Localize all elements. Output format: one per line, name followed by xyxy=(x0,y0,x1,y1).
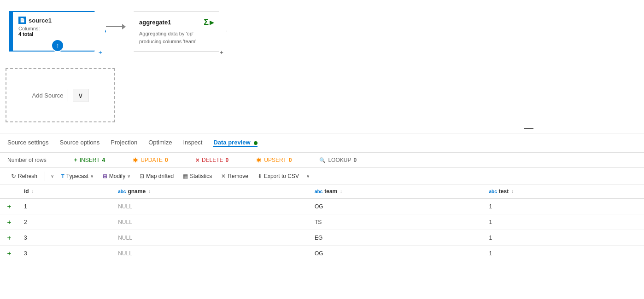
sort-gname-icon[interactable]: ↕ xyxy=(148,189,151,194)
table-header-row: id ↕ abc gname ↕ abc xyxy=(0,184,644,199)
stat-update: ✱ UPDATE 0 xyxy=(133,156,168,164)
source-add-btn[interactable]: + xyxy=(99,49,102,56)
tab-source-settings[interactable]: Source settings xyxy=(7,139,49,147)
row-insert-icon: + xyxy=(7,249,12,257)
cell-gname: NULL xyxy=(112,230,309,246)
aggregate-header: aggregate1 Σ ▶ xyxy=(139,17,214,27)
stat-insert-icon: + xyxy=(74,157,77,163)
export-chevron[interactable]: ∨ xyxy=(304,172,311,180)
connector-line xyxy=(106,26,122,27)
tab-active-dot xyxy=(254,141,258,145)
aggregate-node-inner: aggregate1 Σ ▶ Aggregating data by 'op' … xyxy=(126,13,227,50)
stat-rows: Number of rows xyxy=(7,157,47,163)
tab-optimize[interactable]: Optimize xyxy=(148,139,172,147)
cell-gname: NULL xyxy=(112,246,309,261)
add-source-box[interactable]: Add Source ∨ xyxy=(6,68,115,122)
modify-chevron: ∨ xyxy=(127,173,130,178)
stat-update-value: 0 xyxy=(165,157,168,163)
statistics-btn[interactable]: ▦ Statistics xyxy=(179,171,216,181)
th-gname: abc gname ↕ xyxy=(112,184,309,199)
aggregate-title: aggregate1 xyxy=(139,19,171,26)
source-count: 4 total xyxy=(18,31,33,37)
flow-container: 📄 source1 Columns: 4 total ↑ + xyxy=(9,11,635,52)
connector xyxy=(106,24,126,29)
stat-delete-icon: × xyxy=(196,156,199,164)
cell-id: 3 xyxy=(18,246,112,261)
data-table: id ↕ abc gname ↕ abc xyxy=(0,184,644,261)
cell-test: 1 xyxy=(484,199,644,214)
export-icon: ⬇ xyxy=(258,173,262,179)
tab-projection[interactable]: Projection xyxy=(111,139,137,147)
table-row: + 3 NULL EG 1 xyxy=(0,230,644,246)
cell-test: 1 xyxy=(484,246,644,261)
export-csv-btn[interactable]: ⬇ Export to CSV xyxy=(254,171,303,181)
stat-delete: × DELETE 0 xyxy=(196,156,229,164)
stat-insert: + INSERT 4 xyxy=(74,157,105,163)
minimize-btn[interactable] xyxy=(524,128,533,129)
aggregate-add-btn[interactable]: + xyxy=(220,49,223,56)
cell-gname: NULL xyxy=(112,214,309,230)
source-doc-icon: 📄 xyxy=(18,17,26,24)
refresh-chevron[interactable]: ∨ xyxy=(49,172,56,180)
typecast-icon: T xyxy=(61,173,64,179)
stats-row: Number of rows + INSERT 4 ✱ UPDATE 0 × D… xyxy=(0,153,644,168)
aggregate-node-wrapper: aggregate1 Σ ▶ Aggregating data by 'op' … xyxy=(126,11,227,52)
add-source-label: Add Source xyxy=(32,92,64,99)
refresh-btn[interactable]: ↻ Refresh xyxy=(7,171,41,181)
sort-team-icon[interactable]: ↕ xyxy=(340,189,342,194)
tab-inspect[interactable]: Inspect xyxy=(183,139,202,147)
sort-test-icon[interactable]: ↕ xyxy=(511,189,514,194)
cell-team: TS xyxy=(309,214,484,230)
test-type-badge: abc xyxy=(489,189,497,194)
source-subtitle: Columns: 4 total xyxy=(18,26,52,37)
cell-test: 1 xyxy=(484,214,644,230)
row-insert-icon: + xyxy=(7,218,12,226)
aggregate-node[interactable]: aggregate1 Σ ▶ Aggregating data by 'op' … xyxy=(126,11,227,52)
modify-icon: ⊞ xyxy=(103,173,107,179)
row-action-cell: + xyxy=(0,246,18,261)
sigma-icon: Σ xyxy=(204,17,209,27)
cell-test: 1 xyxy=(484,230,644,246)
sort-id-icon[interactable]: ↕ xyxy=(32,189,34,194)
stat-lookup-value: 0 xyxy=(353,157,357,163)
tab-source-options[interactable]: Source options xyxy=(60,139,100,147)
stat-lookup: 🔍 LOOKUP 0 xyxy=(319,157,357,163)
source-title: source1 xyxy=(29,17,52,24)
toolbar-row: ↻ Refresh ∨ T Typecast ∨ ⊞ Modify ∨ ⊡ Ma… xyxy=(0,168,644,184)
stat-delete-value: 0 xyxy=(226,157,229,163)
map-drifted-btn[interactable]: ⊡ Map drifted xyxy=(136,171,177,181)
typecast-chevron: ∨ xyxy=(90,173,94,178)
cell-team: OG xyxy=(309,199,484,214)
stat-upsert-icon: ✱ xyxy=(256,156,262,164)
map-drifted-icon: ⊡ xyxy=(140,173,144,179)
statistics-icon: ▦ xyxy=(183,173,188,179)
remove-btn[interactable]: ✕ Remove xyxy=(217,171,252,181)
cell-gname: NULL xyxy=(112,199,309,214)
th-team: abc team ↕ xyxy=(309,184,484,199)
gname-type-badge: abc xyxy=(118,189,126,194)
typecast-btn[interactable]: T Typecast ∨ xyxy=(58,171,97,181)
stat-upsert-value: 0 xyxy=(289,157,292,163)
add-source-content: Add Source ∨ xyxy=(32,89,89,102)
table-area: id ↕ abc gname ↕ abc xyxy=(0,184,644,299)
table-body: + 1 NULL OG 1 + 2 NULL TS 1 + 3 NULL EG … xyxy=(0,199,644,261)
table-row: + 2 NULL TS 1 xyxy=(0,214,644,230)
aggregate-desc: Aggregating data by 'op' producing colum… xyxy=(139,30,214,45)
table-row: + 3 NULL OG 1 xyxy=(0,246,644,261)
cell-id: 1 xyxy=(18,199,112,214)
stat-upsert-label: UPSERT xyxy=(264,157,286,163)
modify-btn[interactable]: ⊞ Modify ∨ xyxy=(99,171,134,181)
refresh-icon: ↻ xyxy=(11,172,16,179)
tab-data-preview[interactable]: Data preview xyxy=(213,139,258,147)
add-source-divider xyxy=(68,89,68,102)
source-header: 📄 source1 xyxy=(18,17,52,24)
row-action-cell: + xyxy=(0,230,18,246)
stat-insert-label: INSERT xyxy=(80,157,100,163)
row-insert-icon: + xyxy=(7,202,12,210)
add-source-chevron-btn[interactable]: ∨ xyxy=(73,89,88,102)
th-test: abc test ↕ xyxy=(484,184,644,199)
stat-rows-label: Number of rows xyxy=(7,157,47,163)
stat-update-icon: ✱ xyxy=(133,156,138,164)
remove-icon: ✕ xyxy=(221,173,226,179)
stat-upsert: ✱ UPSERT 0 xyxy=(256,156,292,164)
